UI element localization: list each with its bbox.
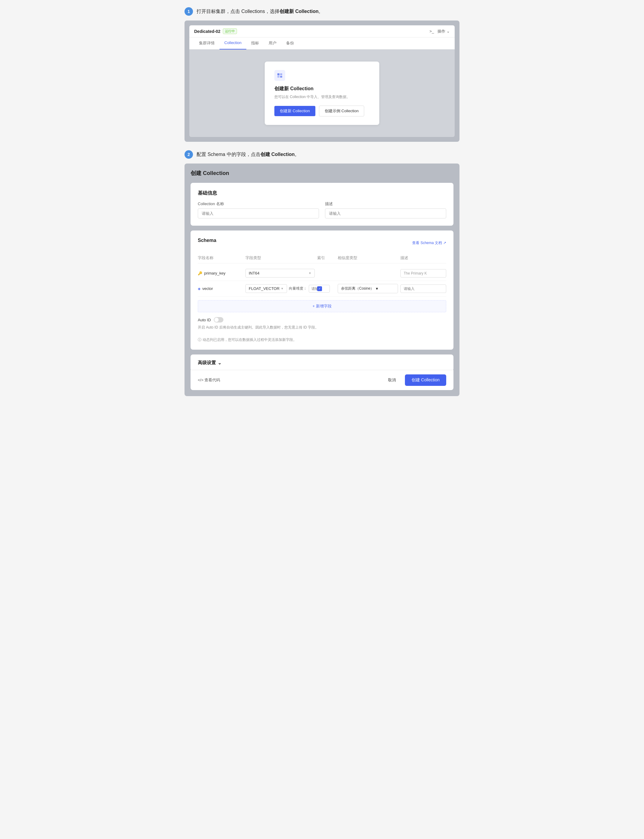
create-collection-button[interactable]: 创建 Collection (405, 374, 446, 386)
collection-card: 创建新 Collection 您可以在 Collection 中导入、管理及查询… (265, 61, 379, 125)
schema-table-header: 字段名称 字段类型 索引 相似度类型 描述 (198, 253, 446, 264)
dim-label: 向量维度： (289, 286, 307, 291)
primary-key-name: 🔑 primary_key (198, 271, 243, 275)
step1-text: 打开目标集群，点击 Collections，选择创建新 Collection。 (197, 8, 323, 15)
panel-title: 创建 Collection (191, 170, 453, 177)
cancel-button[interactable]: 取消 (383, 375, 401, 385)
ops-button[interactable]: 操作 ⌄ (437, 29, 450, 34)
bottom-bar: </> 查看代码 取消 创建 Collection (191, 370, 453, 390)
status-badge: 运行中 (223, 28, 237, 34)
collection-desc-label: 描述 (325, 201, 446, 207)
cluster-content: 创建新 Collection 您可以在 Collection 中导入、管理及查询… (189, 49, 455, 137)
cluster-title-left: Dedicated-02 运行中 (194, 28, 237, 34)
key-icon: 🔑 (198, 271, 202, 275)
bottom-actions: 取消 创建 Collection (383, 374, 446, 386)
col-field-name: 字段名称 (198, 255, 243, 260)
col-field-type: 字段类型 (245, 255, 315, 260)
create-new-collection-button[interactable]: 创建新 Collection (274, 106, 315, 116)
create-example-collection-button[interactable]: 创建示例 Collection (319, 105, 365, 117)
tab-users[interactable]: 用户 (264, 38, 281, 49)
tab-cluster-detail[interactable]: 集群详情 (194, 38, 220, 49)
similarity-chevron: ▼ (375, 287, 379, 291)
collection-desc-input[interactable] (325, 208, 446, 218)
basic-info-row: Collection 名称 描述 (198, 201, 446, 218)
cluster-title-right: >_ 操作 ⌄ (430, 29, 450, 34)
auto-id-row: Auto ID (198, 317, 446, 323)
vector-type-chevron: ▼ (281, 287, 284, 290)
tab-backup[interactable]: 备份 (281, 38, 299, 49)
info-icon: ⓘ (198, 337, 201, 343)
tab-collection[interactable]: Collection (220, 38, 246, 49)
cluster-name: Dedicated-02 (194, 29, 220, 34)
schema-header: Schema 查看 Schema 文档 ↗ (198, 238, 446, 248)
auto-id-toggle[interactable] (214, 317, 223, 323)
basic-info-title: 基础信息 (198, 190, 446, 196)
vector-desc-input[interactable] (400, 285, 446, 293)
collection-name-group: Collection 名称 (198, 201, 319, 218)
step1-circle: 1 (184, 7, 193, 16)
schema-doc-link[interactable]: 查看 Schema 文档 ↗ (412, 241, 446, 246)
svg-rect-2 (278, 76, 279, 77)
schema-title: Schema (198, 238, 216, 243)
svg-rect-3 (280, 76, 282, 77)
col-desc: 描述 (400, 255, 446, 260)
vector-type-group: FLOAT_VECTOR ▼ 向量维度： (245, 284, 315, 293)
schema-row-primary-key: 🔑 primary_key INT64 ▼ (198, 266, 446, 281)
auto-id-hint: 开启 Auto ID 后将自动生成主键列。因此导入数据时，您无需上传 ID 字段… (198, 325, 446, 330)
collection-name-input[interactable] (198, 208, 319, 218)
vector-index-checkbox[interactable]: ✓ (317, 286, 335, 291)
step2-header: 2 配置 Schema 中的字段，点击创建 Collection。 (184, 150, 460, 159)
cluster-titlebar: Dedicated-02 运行中 >_ 操作 ⌄ (189, 25, 455, 38)
svg-rect-1 (280, 73, 282, 76)
card-title: 创建新 Collection (274, 86, 370, 92)
collection-desc-group: 描述 (325, 201, 446, 218)
create-collection-panel: 创建 Collection 基础信息 Collection 名称 描述 Sche… (184, 163, 460, 396)
schema-section: Schema 查看 Schema 文档 ↗ 字段名称 字段类型 索引 相似度类型… (191, 231, 453, 349)
cluster-window: Dedicated-02 运行中 >_ 操作 ⌄ 集群详情 Collection… (184, 20, 460, 142)
collection-name-label: Collection 名称 (198, 201, 319, 207)
basic-info-section: 基础信息 Collection 名称 描述 (191, 183, 453, 226)
step1-header: 1 打开目标集群，点击 Collections，选择创建新 Collection… (184, 7, 460, 16)
card-desc: 您可以在 Collection 中导入、管理及查询数据。 (274, 94, 370, 100)
primary-key-desc-input[interactable] (400, 269, 446, 277)
tab-metrics[interactable]: 指标 (246, 38, 264, 49)
dynamic-hint: ⓘ 动态列已启用，您可以在数据插入过程中灵活添加新字段。 (198, 337, 446, 343)
advanced-chevron-icon: ⌄ (218, 360, 222, 366)
vector-field-name: ◈ vector (198, 286, 243, 291)
toggle-knob (214, 318, 219, 322)
svg-rect-0 (278, 73, 279, 76)
external-link-icon: ↗ (443, 241, 446, 245)
cluster-tabs: 集群详情 Collection 指标 用户 备份 (189, 38, 455, 49)
add-field-button[interactable]: + 新增字段 (198, 300, 446, 312)
col-similarity: 相似度类型 (338, 255, 398, 260)
vector-type-select[interactable]: FLOAT_VECTOR ▼ (245, 284, 287, 293)
advanced-title[interactable]: 高级设置 ⌄ (198, 360, 446, 366)
view-code-link[interactable]: </> 查看代码 (198, 377, 220, 383)
collection-icon (274, 70, 285, 81)
schema-row-vector: ◈ vector FLOAT_VECTOR ▼ 向量维度： ✓ 余弦距离（ (198, 281, 446, 297)
primary-key-type-select[interactable]: INT64 ▼ (245, 269, 315, 277)
step2-circle: 2 (184, 150, 193, 159)
type-chevron-icon: ▼ (309, 272, 311, 275)
step2-text: 配置 Schema 中的字段，点击创建 Collection。 (197, 152, 299, 158)
vector-icon: ◈ (198, 287, 200, 291)
card-buttons: 创建新 Collection 创建示例 Collection (274, 105, 370, 117)
check-icon: ✓ (319, 287, 321, 290)
terminal-icon[interactable]: >_ (430, 29, 434, 33)
advanced-section: 高级设置 ⌄ (191, 354, 453, 371)
col-index: 索引 (317, 255, 335, 260)
similarity-select[interactable]: 余弦距离（Cosine） ▼ (338, 284, 398, 293)
auto-id-label: Auto ID (198, 318, 211, 322)
